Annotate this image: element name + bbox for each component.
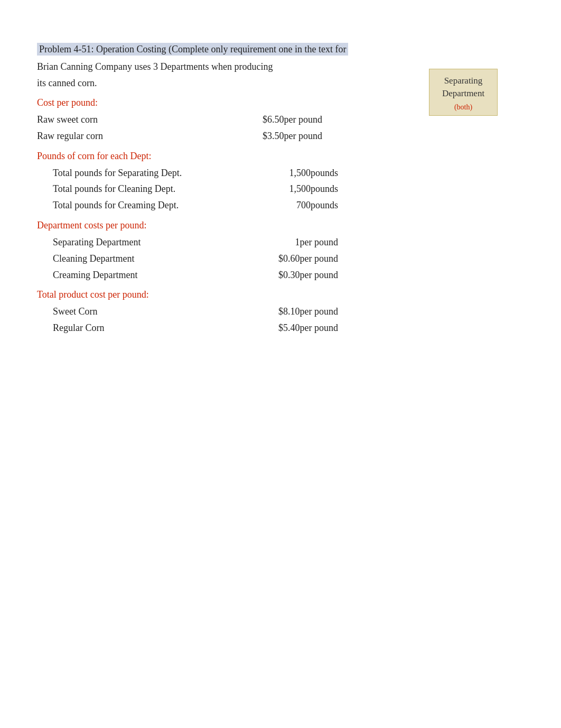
- raw-regular-corn-value: $3.50per pound: [238, 128, 322, 144]
- content-area: Problem 4-51: Operation Costing (Complet…: [37, 42, 524, 336]
- cleaning-dept-cost-value: $0.60per pound: [254, 251, 338, 266]
- creaming-dept-pounds-label: Total pounds for Creaming Dept.: [53, 198, 254, 213]
- intro-line1: Brian Canning Company uses 3 Departments…: [37, 60, 524, 74]
- total-product-cost-heading: Total product cost per pound:: [37, 288, 524, 302]
- separating-dept-pounds-label: Total pounds for Separating Dept.: [53, 165, 254, 181]
- list-item: Total pounds for Cleaning Dept. 1,500pou…: [37, 181, 524, 197]
- cost-per-pound-heading: Cost per pound:: [37, 96, 524, 110]
- regular-corn-total-value: $5.40per pound: [254, 320, 338, 336]
- raw-regular-corn-label: Raw regular corn: [37, 128, 238, 144]
- separating-dept-cost-value: 1per pound: [254, 235, 338, 250]
- pounds-per-dept-heading: Pounds of corn for each Dept:: [37, 149, 524, 163]
- dept-costs-heading: Department costs per pound:: [37, 218, 524, 233]
- problem-title: Problem 4-51: Operation Costing (Complet…: [37, 42, 524, 57]
- creaming-dept-cost-value: $0.30per pound: [254, 268, 338, 283]
- separating-dept-cost-label: Separating Department: [53, 235, 254, 250]
- separating-dept-pounds-value: 1,500pounds: [254, 165, 338, 181]
- sweet-corn-total-value: $8.10per pound: [254, 304, 338, 319]
- main-container: Separating Department (both) Problem 4-5…: [0, 0, 561, 368]
- list-item: Total pounds for Separating Dept. 1,500p…: [37, 165, 524, 181]
- title-line: Problem 4-51: Operation Costing (Complet…: [37, 43, 348, 56]
- sweet-corn-total-label: Sweet Corn: [53, 304, 254, 319]
- list-item: Sweet Corn $8.10per pound: [37, 304, 524, 319]
- list-item: Creaming Department $0.30per pound: [37, 268, 524, 283]
- regular-corn-total-label: Regular Corn: [53, 320, 254, 336]
- raw-sweet-corn-label: Raw sweet corn: [37, 112, 238, 127]
- intro-line2: its canned corn.: [37, 76, 524, 90]
- raw-sweet-corn-value: $6.50per pound: [238, 112, 322, 127]
- list-item: Separating Department 1per pound: [37, 235, 524, 250]
- cleaning-dept-pounds-value: 1,500pounds: [254, 181, 338, 197]
- list-item: Regular Corn $5.40per pound: [37, 320, 524, 336]
- list-item: Raw sweet corn $6.50per pound: [37, 112, 524, 127]
- creaming-dept-cost-label: Creaming Department: [53, 268, 254, 283]
- list-item: Raw regular corn $3.50per pound: [37, 128, 524, 144]
- cleaning-dept-cost-label: Cleaning Department: [53, 251, 254, 266]
- list-item: Cleaning Department $0.60per pound: [37, 251, 524, 266]
- creaming-dept-pounds-value: 700pounds: [254, 198, 338, 213]
- cleaning-dept-pounds-label: Total pounds for Cleaning Dept.: [53, 181, 254, 197]
- list-item: Total pounds for Creaming Dept. 700pound…: [37, 198, 524, 213]
